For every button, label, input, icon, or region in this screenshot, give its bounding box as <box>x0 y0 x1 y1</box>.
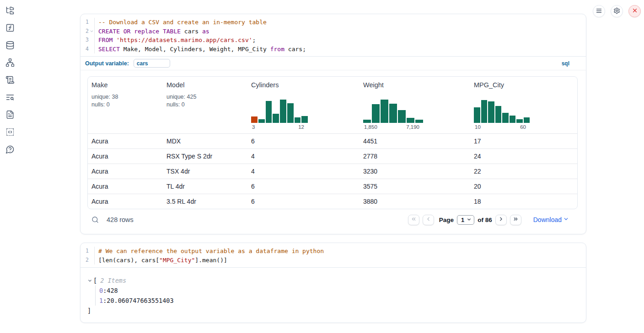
chevron-down-icon <box>467 217 472 223</box>
menu-icon <box>596 7 602 16</box>
tree-entry: 0: 428 <box>99 285 586 296</box>
download-label: Download <box>533 216 562 223</box>
close-bracket: ] <box>87 306 586 316</box>
table-cell: RSX Type S 2dr <box>163 153 247 160</box>
histogram-bar <box>266 101 272 123</box>
code-line: SELECT Make, Model, Cylinders, Weight, M… <box>98 45 586 54</box>
sidebar-file-tree-button[interactable] <box>5 6 15 16</box>
last-page-button[interactable] <box>510 215 521 225</box>
histogram-bar <box>372 104 380 123</box>
window-controls <box>593 5 641 17</box>
sidebar-file-text-button[interactable] <box>5 110 15 120</box>
column-name: MPG_City <box>474 81 574 89</box>
sidebar-square-function-button[interactable] <box>5 23 15 33</box>
square-function-icon <box>5 23 15 34</box>
text-search-icon <box>5 93 15 103</box>
sidebar-square-dashed-code-button[interactable] <box>5 127 15 137</box>
code-line: CREATE OR replace TABLE cars as <box>98 27 586 36</box>
column-header-model[interactable]: Modelunique: 425nulls: 0 <box>163 77 247 133</box>
axis-min-label: 10 <box>475 124 481 130</box>
histogram-bar <box>510 116 516 123</box>
column-name: Model <box>166 81 244 89</box>
fold-spacer <box>89 248 94 254</box>
histogram-bar <box>488 101 494 123</box>
page-select[interactable]: 1 <box>457 215 474 225</box>
axis-min-label: 1,850 <box>364 124 377 130</box>
entry-key: 0 <box>99 287 103 294</box>
fold-chevron-icon[interactable] <box>89 28 94 34</box>
output-variable-row: Output variable: sql <box>80 56 586 70</box>
column-header-make[interactable]: Makeunique: 38nulls: 0 <box>88 77 163 133</box>
python-output-tree: [2 Items0: 4281: 20.060747663551403] <box>80 267 586 322</box>
code-lines: # We can reference the output variable a… <box>95 247 586 264</box>
sql-code-editor[interactable]: 1234-- Download a CSV and create an in-m… <box>80 14 586 56</box>
chevron-left-icon <box>425 216 431 223</box>
download-button[interactable]: Download <box>531 216 572 224</box>
histogram-bar <box>295 117 301 123</box>
column-stat: nulls: 0 <box>91 101 159 109</box>
python-code-editor[interactable]: 12# We can reference the output variable… <box>80 243 586 267</box>
table-cell: 4 <box>247 153 360 160</box>
sidebar-text-search-button[interactable] <box>5 93 15 103</box>
axis-max-label: 60 <box>520 124 526 130</box>
histogram-bar <box>389 104 397 123</box>
table-cell: 4 <box>247 168 360 175</box>
histogram-bar <box>415 120 423 123</box>
fold-spacer <box>89 257 94 263</box>
sidebar-database-button[interactable] <box>5 41 15 51</box>
sidebar-message-help-button[interactable] <box>5 145 15 155</box>
axis-max-label: 7,190 <box>406 124 419 130</box>
settings-button[interactable] <box>611 5 623 17</box>
output-variable-label: Output variable: <box>85 60 129 67</box>
column-name: Cylinders <box>251 81 356 89</box>
histogram-bar <box>502 113 509 123</box>
histogram-bars <box>251 99 308 123</box>
table-cell: Acura <box>88 153 163 160</box>
column-stat: unique: 425 <box>166 93 244 101</box>
table-cell: Acura <box>88 198 163 205</box>
line-number-gutter: 1234 <box>80 18 95 53</box>
page-label: Page <box>439 217 454 223</box>
table-cell: 24 <box>470 153 577 160</box>
search-icon[interactable] <box>91 216 99 223</box>
histogram-bar <box>363 120 371 123</box>
table-row: AcuraMDX6445117 <box>88 133 577 148</box>
output-variable-input[interactable] <box>134 59 170 68</box>
pagination: Page 1 of 86 <box>408 215 521 225</box>
sidebar-scroll-text-button[interactable] <box>5 75 15 85</box>
table-cell: 17 <box>470 137 577 145</box>
open-bracket: [ <box>93 277 97 284</box>
tree-entry: 1: 20.060747663551403 <box>99 296 586 306</box>
table-row: AcuraTSX 4dr4323022 <box>88 164 577 179</box>
shutdown-button[interactable] <box>628 5 641 17</box>
entry-separator: : <box>103 297 107 304</box>
entry-separator: : <box>103 287 107 294</box>
entry-value: 428 <box>107 287 118 294</box>
table-cell: MDX <box>163 137 247 145</box>
message-help-icon <box>5 145 15 155</box>
column-header-weight[interactable]: Weight1,8507,190 <box>360 77 470 133</box>
column-header-mpg_city[interactable]: MPG_City1060 <box>470 77 577 133</box>
fold-spacer <box>89 37 94 43</box>
table-cell: 3230 <box>360 168 470 175</box>
items-count-label: 2 Items <box>100 277 126 284</box>
histogram-bar <box>474 107 480 123</box>
menu-button[interactable] <box>593 5 605 17</box>
square-dashed-code-icon <box>5 127 15 138</box>
histogram-bar <box>398 110 406 123</box>
histogram-bar <box>258 119 265 123</box>
table-cell: 6 <box>247 198 360 205</box>
tree-collapse-icon[interactable] <box>87 278 93 283</box>
file-tree-icon <box>5 6 15 16</box>
column-header-cylinders[interactable]: Cylinders312 <box>247 77 360 133</box>
table-row: AcuraTL 4dr6357520 <box>88 179 577 194</box>
fold-spacer <box>89 46 94 52</box>
histogram-bar <box>495 106 502 123</box>
prev-page-button[interactable] <box>423 215 434 225</box>
chevron-down-icon <box>563 216 569 223</box>
histogram-bar <box>287 103 294 123</box>
first-page-button[interactable] <box>408 215 419 225</box>
entry-key: 1 <box>99 297 103 304</box>
next-page-button[interactable] <box>495 215 507 225</box>
sidebar-network-button[interactable] <box>5 58 15 68</box>
